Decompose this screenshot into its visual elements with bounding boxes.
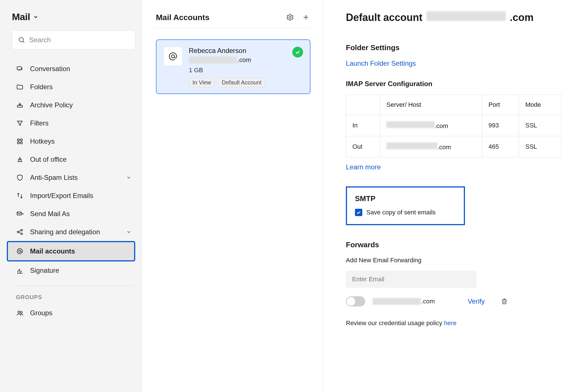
svg-rect-2 [17,67,21,70]
account-active-badge [292,47,303,57]
sidebar-item-label: Import/Export Emails [30,192,93,200]
groups-section-header: GROUPS [12,291,135,304]
cell-out-port: 465 [482,136,519,157]
sidebar-item-mail-accounts[interactable]: Mail accounts [7,241,135,261]
smtp-save-copy-row[interactable]: Save copy of sent emails [355,209,456,216]
sidebar-item-label: Sharing and delegation [30,228,100,236]
cell-in-port: 993 [482,115,519,136]
sidebar-item-groups[interactable]: Groups [12,304,135,322]
detail-title: Default account .com [346,11,571,24]
sidebar-item-filters[interactable]: Filters [12,114,135,132]
forward-toggle-off[interactable] [346,296,365,306]
account-body: Rebecca Anderson .com 1 GB In View Defau… [189,47,303,87]
smtp-highlight-box: SMTP Save copy of sent emails [346,186,465,225]
import-export-icon [16,192,24,200]
sidebar: Mail Conversation Folders Archive Policy [0,0,142,392]
groups-icon [16,309,24,317]
redacted-text [386,121,435,128]
verify-link[interactable]: Verify [468,297,485,305]
sidebar-item-label: Filters [30,119,48,127]
check-icon [356,210,361,215]
svg-point-12 [17,231,19,233]
search-box[interactable] [12,30,135,50]
folder-settings-heading: Folder Settings [346,43,571,52]
svg-rect-6 [20,142,22,144]
sidebar-item-hotkeys[interactable]: Hotkeys [12,132,135,150]
sidebar-item-label: Conversation [30,65,70,73]
redacted-text [373,298,421,305]
sidebar-item-label: Folders [30,83,53,91]
check-icon [295,49,301,55]
svg-point-14 [21,233,22,235]
sidebar-item-label: Hotkeys [30,137,55,145]
gear-icon [286,13,294,21]
sidebar-item-send-mail-as[interactable]: Send Mail As [12,205,135,223]
svg-point-19 [18,311,20,313]
sidebar-item-conversation[interactable]: Conversation [12,60,135,78]
sidebar-item-signature[interactable]: Signature [12,261,135,280]
policy-link[interactable]: here [444,319,456,327]
sidebar-title-label: Mail [12,11,30,22]
out-of-office-icon [16,155,24,163]
shield-icon [16,174,24,182]
account-email: .com [189,56,303,64]
chevron-down-icon [126,175,131,180]
redacted-text [426,11,506,21]
sidebar-title-dropdown[interactable]: Mail [12,11,135,22]
svg-point-24 [172,55,175,58]
search-input[interactable] [29,36,129,44]
sidebar-item-out-of-office[interactable]: Out of office [12,150,135,169]
svg-rect-5 [17,142,19,144]
learn-more-link[interactable]: Learn more [346,163,381,171]
checkbox-checked[interactable] [355,209,362,216]
forwards-heading: Forwards [346,240,571,249]
account-avatar [163,47,183,66]
table-row-in: In .com 993 SSL [346,115,561,136]
sidebar-item-label: Groups [30,309,52,317]
accounts-column: Mail Accounts Rebecca Anderson .com 1 GB… [142,0,323,392]
conversation-icon [16,65,24,73]
forward-row: .com Verify [346,296,571,306]
nav-divider [12,286,135,286]
toggle-knob [347,297,355,306]
tag-default-account: Default Account [218,78,265,87]
plus-icon [302,13,310,21]
accounts-header: Mail Accounts [156,13,310,28]
account-card[interactable]: Rebecca Anderson .com 1 GB In View Defau… [156,39,310,94]
forwarding-email-input[interactable] [346,271,476,288]
delete-forward-button[interactable] [501,298,508,305]
sidebar-item-import-export[interactable]: Import/Export Emails [12,187,135,205]
launch-folder-settings-link[interactable]: Launch Folder Settings [346,59,416,67]
forward-email: .com [373,298,435,305]
svg-point-17 [19,250,21,252]
groups-list: Groups [12,304,135,322]
add-account-button[interactable] [302,13,310,22]
account-tags: In View Default Account [189,78,303,87]
svg-rect-3 [17,139,19,141]
signature-icon [16,267,24,274]
svg-line-16 [19,232,21,233]
hotkeys-icon [16,137,24,145]
redacted-text [189,57,237,63]
sidebar-item-label: Anti-Spam Lists [30,174,78,182]
archive-icon [16,101,24,109]
at-sign-icon [16,247,24,255]
sidebar-item-anti-spam[interactable]: Anti-Spam Lists [12,169,135,187]
table-header-blank [346,95,380,115]
trash-icon [501,298,508,305]
cell-in-mode: SSL [519,115,561,136]
sidebar-item-label: Mail accounts [30,247,75,255]
folder-settings-section: Folder Settings Launch Folder Settings [346,43,571,67]
table-header-port: Port [482,95,519,115]
sidebar-item-folders[interactable]: Folders [12,78,135,96]
sidebar-item-sharing-delegation[interactable]: Sharing and delegation [12,223,135,241]
sidebar-item-archive-policy[interactable]: Archive Policy [12,96,135,114]
redacted-text [386,142,437,149]
imap-table: Server/ Host Port Mode In .com 993 SSL O… [346,95,561,157]
filter-icon [16,119,24,127]
add-forwarding-heading: Add New Email Forwarding [346,257,571,264]
settings-icon-button[interactable] [286,13,295,22]
table-header-server: Server/ Host [380,95,482,115]
table-row-out: Out .com 465 SSL [346,136,561,157]
imap-section: IMAP Server Configuration Server/ Host P… [346,80,571,171]
